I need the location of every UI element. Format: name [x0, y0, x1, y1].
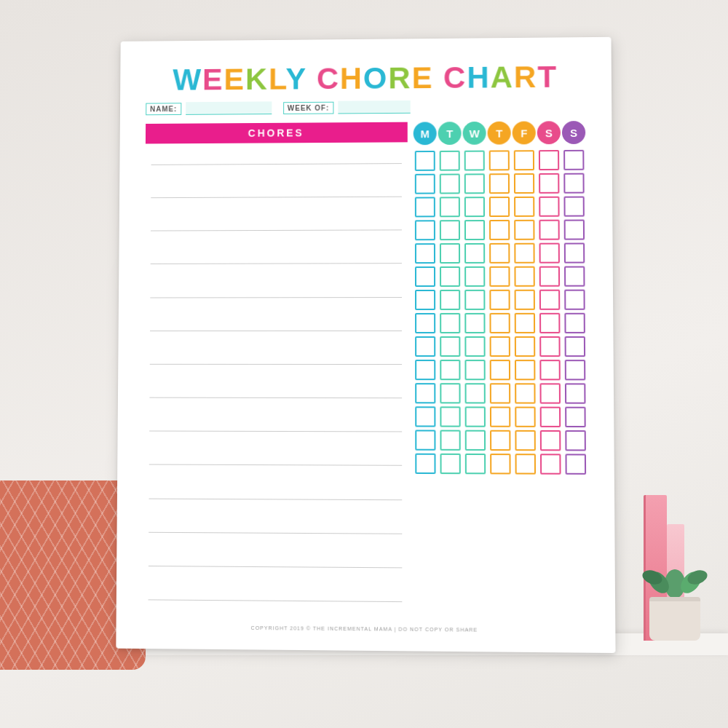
chore-box[interactable] [440, 360, 460, 380]
chore-box[interactable] [539, 197, 559, 217]
chore-box[interactable] [515, 313, 535, 333]
chore-box[interactable] [540, 430, 561, 451]
chore-box[interactable] [440, 383, 460, 403]
chore-box[interactable] [489, 197, 510, 217]
chore-box[interactable] [415, 360, 435, 380]
chore-box[interactable] [489, 243, 510, 264]
chore-box[interactable] [565, 407, 586, 427]
chore-box[interactable] [440, 243, 460, 264]
chore-box[interactable] [539, 290, 560, 310]
chore-box[interactable] [514, 220, 534, 240]
chore-box[interactable] [563, 197, 584, 217]
chore-box[interactable] [440, 220, 460, 240]
chore-box[interactable] [464, 197, 485, 217]
chore-box[interactable] [489, 220, 510, 240]
chore-box[interactable] [489, 151, 510, 171]
chore-box[interactable] [539, 150, 559, 170]
chore-box[interactable] [515, 407, 535, 427]
chore-box[interactable] [465, 430, 486, 451]
chore-box[interactable] [539, 220, 559, 240]
chore-box[interactable] [565, 336, 586, 357]
chore-box[interactable] [539, 313, 560, 333]
chore-box[interactable] [464, 151, 485, 171]
chore-box[interactable] [515, 336, 535, 357]
chore-box[interactable] [415, 197, 435, 218]
chore-box[interactable] [515, 430, 535, 451]
chore-box[interactable] [464, 174, 485, 194]
chore-box[interactable] [464, 336, 485, 357]
chore-box[interactable] [415, 383, 435, 403]
chore-box[interactable] [465, 383, 486, 403]
chore-box[interactable] [489, 173, 510, 194]
chore-box[interactable] [539, 336, 560, 357]
chore-box[interactable] [440, 454, 461, 474]
chore-box[interactable] [540, 384, 561, 404]
chore-box[interactable] [514, 173, 534, 194]
chore-box[interactable] [415, 174, 435, 194]
chore-box[interactable] [515, 454, 536, 474]
chore-box[interactable] [465, 454, 486, 474]
chore-box[interactable] [464, 266, 485, 287]
chore-box[interactable] [464, 360, 485, 380]
chore-box[interactable] [490, 383, 510, 403]
chore-box[interactable] [539, 243, 560, 264]
chore-box[interactable] [490, 407, 510, 427]
chore-box[interactable] [515, 360, 535, 380]
chore-box[interactable] [440, 266, 460, 287]
chore-box[interactable] [415, 454, 435, 474]
chore-box[interactable] [465, 407, 486, 427]
chore-box[interactable] [489, 266, 510, 287]
chore-box[interactable] [490, 336, 510, 357]
chore-box[interactable] [539, 173, 559, 194]
chore-box[interactable] [539, 360, 560, 380]
chore-box[interactable] [564, 266, 585, 287]
chore-box[interactable] [415, 243, 435, 264]
chore-box[interactable] [415, 313, 435, 333]
chore-box[interactable] [490, 454, 510, 474]
chore-box[interactable] [565, 360, 586, 380]
week-input[interactable] [338, 100, 410, 114]
chore-box[interactable] [440, 197, 460, 218]
chore-box[interactable] [563, 173, 584, 194]
chore-box[interactable] [564, 313, 585, 333]
name-input[interactable] [186, 102, 272, 116]
chore-box[interactable] [464, 243, 485, 264]
chore-box[interactable] [540, 407, 561, 427]
chore-box[interactable] [415, 151, 435, 171]
chore-box[interactable] [464, 290, 485, 310]
chore-box[interactable] [540, 454, 561, 474]
chore-box[interactable] [565, 454, 586, 475]
chore-box[interactable] [464, 220, 485, 240]
chore-box[interactable] [440, 336, 460, 357]
chore-box[interactable] [440, 313, 460, 333]
chore-box[interactable] [514, 266, 534, 287]
chore-box[interactable] [514, 150, 534, 170]
chore-box[interactable] [415, 290, 435, 310]
chore-box[interactable] [440, 407, 460, 427]
chore-box[interactable] [440, 290, 460, 310]
chore-box[interactable] [564, 290, 585, 310]
chore-box[interactable] [490, 360, 510, 380]
chore-box[interactable] [415, 336, 435, 357]
chore-box[interactable] [515, 384, 535, 404]
chore-box[interactable] [564, 220, 585, 240]
chore-box[interactable] [489, 290, 510, 310]
chore-box[interactable] [440, 174, 460, 194]
chore-box[interactable] [515, 290, 535, 310]
chore-box[interactable] [415, 220, 435, 240]
chore-box[interactable] [565, 430, 586, 451]
chore-box[interactable] [440, 430, 460, 451]
chore-box[interactable] [565, 384, 586, 404]
chore-box[interactable] [415, 430, 435, 451]
chore-box[interactable] [464, 313, 485, 333]
chore-box[interactable] [564, 243, 585, 264]
chore-box[interactable] [415, 406, 435, 427]
chore-box[interactable] [514, 197, 534, 217]
chore-box[interactable] [563, 150, 584, 170]
chore-box[interactable] [489, 313, 510, 333]
chore-box[interactable] [514, 243, 534, 264]
chore-box[interactable] [539, 266, 560, 287]
chore-box[interactable] [440, 151, 460, 171]
chore-box[interactable] [415, 266, 435, 287]
chore-box[interactable] [490, 430, 510, 451]
